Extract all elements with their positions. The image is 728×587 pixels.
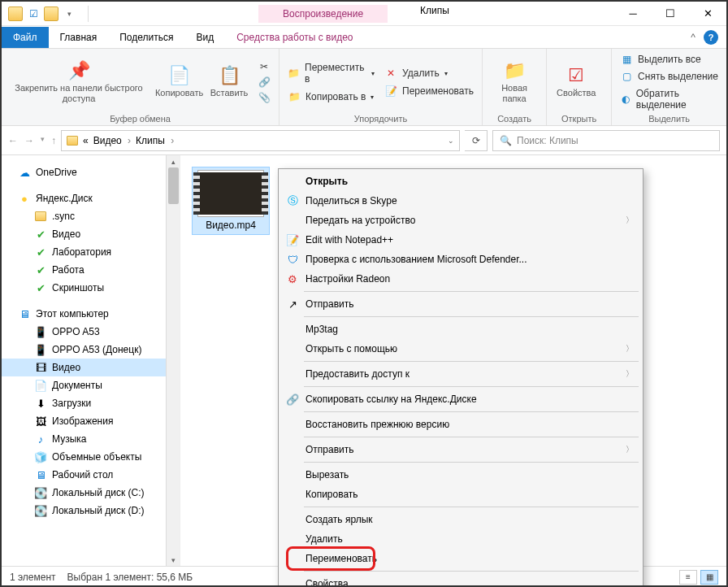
- breadcrumb[interactable]: Видео: [93, 135, 131, 146]
- tab-video-tools[interactable]: Средства работы с видео: [225, 27, 364, 48]
- pc-icon: 🖥: [18, 307, 31, 320]
- tree-thispc[interactable]: 🖥Этот компьютер: [2, 305, 180, 323]
- disk-icon: 💽: [34, 486, 47, 499]
- new-folder-button[interactable]: 📁Новая папка: [488, 59, 541, 106]
- scroll-thumb[interactable]: [168, 167, 179, 204]
- paste-button[interactable]: 📋Вставить: [207, 63, 251, 100]
- shortcut-icon: 📎: [258, 92, 271, 103]
- ctx-sendto[interactable]: Отправить〉: [281, 440, 640, 459]
- tree-lab[interactable]: ✔Лаборатория: [2, 243, 180, 261]
- help-icon[interactable]: ?: [704, 30, 718, 45]
- desktop-icon: 🖥: [34, 468, 47, 481]
- invert-selection-button[interactable]: ◐Обратить выделение: [617, 87, 722, 111]
- tab-share[interactable]: Поделиться: [108, 27, 184, 48]
- properties-button[interactable]: ☑Свойства: [552, 63, 600, 100]
- ctx-restore[interactable]: Восстановить прежнюю версию: [281, 415, 640, 434]
- tree-oppo2[interactable]: 📱OPPO A53 (Донецк): [2, 341, 180, 359]
- recent-dropdown[interactable]: ▾: [41, 135, 45, 146]
- ribbon: 📌Закрепить на панели быстрого доступа 📄К…: [2, 49, 726, 126]
- tree-yandexdisk[interactable]: ●Яндекс.Диск: [2, 189, 180, 207]
- ctx-rename[interactable]: Переименовать: [281, 549, 640, 568]
- video-thumbnail: [198, 171, 263, 216]
- paste-shortcut-button[interactable]: 📎: [254, 91, 274, 104]
- tree-onedrive[interactable]: ☁OneDrive: [2, 163, 180, 181]
- ctx-cut[interactable]: Вырезать: [281, 465, 640, 485]
- tree-sync[interactable]: .sync: [2, 207, 180, 225]
- tree-oppo1[interactable]: 📱OPPO A53: [2, 323, 180, 341]
- address-dropdown-icon[interactable]: ⌄: [448, 137, 454, 145]
- ctx-skype[interactable]: ⓈПоделиться в Skype: [281, 191, 640, 211]
- sidebar-scrollbar[interactable]: ▴ ▾: [166, 155, 180, 566]
- minimize-button[interactable]: ─: [614, 2, 652, 26]
- forward-button[interactable]: →: [24, 135, 34, 146]
- ctx-mp3tag[interactable]: Mp3tag: [281, 320, 640, 339]
- file-name: Видео.mp4: [194, 220, 267, 231]
- ctx-copy[interactable]: Копировать: [281, 485, 640, 504]
- ctx-notepadpp[interactable]: 📝Edit with Notepad++: [281, 230, 640, 250]
- onedrive-icon: ☁: [18, 166, 31, 179]
- ctx-openwith[interactable]: Открыть с помощью〉: [281, 339, 640, 359]
- ctx-share[interactable]: ↗Отправить: [281, 294, 640, 314]
- qat-check-icon[interactable]: ☑: [26, 7, 41, 21]
- qat-overflow-icon[interactable]: ▾: [62, 7, 76, 21]
- rename-button[interactable]: 📝Переименовать: [381, 85, 477, 98]
- maximize-button[interactable]: ☐: [652, 2, 689, 26]
- back-button[interactable]: ←: [8, 135, 18, 146]
- link-icon: 🔗: [286, 393, 299, 406]
- window-title: Клипы: [420, 5, 449, 23]
- ctx-radeon[interactable]: ⚙Настройки Radeon: [281, 269, 640, 289]
- ctx-defender[interactable]: 🛡Проверка с использованием Microsoft Def…: [281, 250, 640, 269]
- search-input[interactable]: 🔍 Поиск: Клипы: [492, 130, 720, 151]
- pin-button[interactable]: 📌Закрепить на панели быстрого доступа: [6, 59, 151, 106]
- breadcrumb[interactable]: Клипы: [136, 135, 174, 146]
- copypath-small-button[interactable]: 🔗: [254, 76, 274, 89]
- chevron-up-icon[interactable]: ^: [691, 32, 696, 43]
- ctx-yalink[interactable]: 🔗Скопировать ссылку на Яндекс.Диске: [281, 389, 640, 409]
- rename-icon: 📝: [384, 85, 397, 97]
- ctx-cast[interactable]: Передать на устройство〉: [281, 211, 640, 230]
- delete-button[interactable]: ✕Удалить ▾: [381, 67, 477, 80]
- select-all-button[interactable]: ▦Выделить все: [617, 53, 722, 66]
- view-icons-button[interactable]: ▦: [700, 570, 718, 585]
- tab-view[interactable]: Вид: [184, 27, 225, 48]
- tab-home[interactable]: Главная: [49, 27, 109, 48]
- ctx-delete[interactable]: Удалить: [281, 529, 640, 549]
- copy-to-button[interactable]: 📁Копировать в ▾: [284, 90, 378, 103]
- ctx-properties[interactable]: Свойства: [281, 574, 640, 587]
- move-to-button[interactable]: 📁Переместить в ▾: [284, 61, 378, 85]
- objects-icon: 🧊: [34, 450, 47, 463]
- tree-images[interactable]: 🖼Изображения: [2, 412, 180, 430]
- tree-disk-c[interactable]: 💽Локальный диск (C:): [2, 484, 180, 502]
- tree-music[interactable]: ♪Музыка: [2, 430, 180, 448]
- tree-documents[interactable]: 📄Документы: [2, 376, 180, 394]
- titlebar: ☑ ▾ Воспроизведение Клипы ─ ☐ ✕: [2, 2, 726, 26]
- select-none-button[interactable]: ▢Снять выделение: [617, 70, 722, 83]
- video-icon: 🎞: [34, 361, 47, 374]
- tab-file[interactable]: Файл: [2, 27, 49, 48]
- status-selection: Выбран 1 элемент: 55,6 МБ: [67, 572, 193, 583]
- tree-disk-d[interactable]: 💽Локальный диск (D:): [2, 502, 180, 520]
- ctx-shortcut[interactable]: Создать ярлык: [281, 510, 640, 529]
- tree-yadisk-video[interactable]: ✔Видео: [2, 225, 180, 243]
- tree-downloads[interactable]: ⬇Загрузки: [2, 394, 180, 412]
- tree-desktop[interactable]: 🖥Рабочий стол: [2, 466, 180, 484]
- tree-screenshots[interactable]: ✔Скриншоты: [2, 279, 180, 297]
- address-bar[interactable]: « Видео Клипы ⌄: [61, 130, 460, 151]
- disk-icon: 💽: [34, 504, 47, 517]
- close-button[interactable]: ✕: [689, 2, 726, 26]
- delete-icon: ✕: [384, 67, 397, 79]
- tree-work[interactable]: ✔Работа: [2, 261, 180, 279]
- file-item-video[interactable]: Видео.mp4: [192, 167, 270, 235]
- refresh-button[interactable]: ⟳: [465, 130, 488, 151]
- copy-button[interactable]: 📄Копировать: [154, 63, 204, 100]
- ctx-open[interactable]: Открыть: [281, 172, 640, 191]
- ctx-access[interactable]: Предоставить доступ к〉: [281, 364, 640, 384]
- chevron-right-icon: 〉: [626, 343, 634, 354]
- tree-videos[interactable]: 🎞Видео: [2, 359, 180, 376]
- cut-small-button[interactable]: ✂: [254, 60, 274, 73]
- tree-3dobjects[interactable]: 🧊Объемные объекты: [2, 448, 180, 466]
- up-button[interactable]: ↑: [51, 135, 56, 146]
- yadisk-icon: ●: [18, 192, 31, 205]
- view-details-button[interactable]: ≡: [679, 570, 697, 585]
- copyto-icon: 📁: [288, 91, 301, 102]
